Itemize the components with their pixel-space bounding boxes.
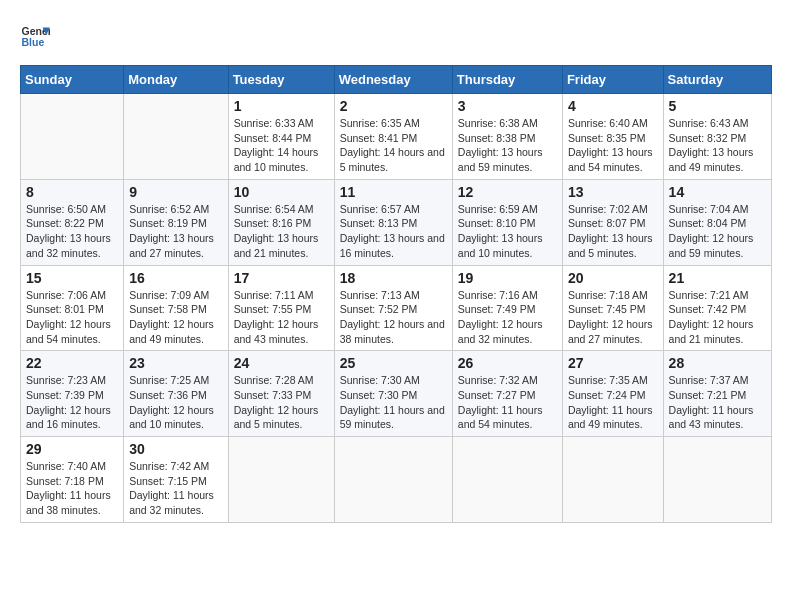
- day-detail: Sunrise: 7:30 AM Sunset: 7:30 PM Dayligh…: [340, 373, 447, 432]
- day-number: 15: [26, 270, 118, 286]
- logo: General Blue: [20, 20, 50, 50]
- calendar-day-cell: 30 Sunrise: 7:42 AM Sunset: 7:15 PM Dayl…: [124, 437, 228, 523]
- calendar-day-cell: [124, 94, 228, 180]
- weekday-header: Tuesday: [228, 66, 334, 94]
- calendar-day-cell: 19 Sunrise: 7:16 AM Sunset: 7:49 PM Dayl…: [452, 265, 562, 351]
- day-number: 23: [129, 355, 222, 371]
- weekday-header: Wednesday: [334, 66, 452, 94]
- day-number: 28: [669, 355, 766, 371]
- calendar-day-cell: 24 Sunrise: 7:28 AM Sunset: 7:33 PM Dayl…: [228, 351, 334, 437]
- day-number: 1: [234, 98, 329, 114]
- day-number: 8: [26, 184, 118, 200]
- day-number: 29: [26, 441, 118, 457]
- day-number: 27: [568, 355, 658, 371]
- day-detail: Sunrise: 6:57 AM Sunset: 8:13 PM Dayligh…: [340, 202, 447, 261]
- calendar-header-row: SundayMondayTuesdayWednesdayThursdayFrid…: [21, 66, 772, 94]
- day-number: 2: [340, 98, 447, 114]
- weekday-header: Monday: [124, 66, 228, 94]
- day-number: 11: [340, 184, 447, 200]
- weekday-header: Friday: [562, 66, 663, 94]
- day-number: 9: [129, 184, 222, 200]
- calendar-day-cell: 8 Sunrise: 6:50 AM Sunset: 8:22 PM Dayli…: [21, 179, 124, 265]
- day-detail: Sunrise: 7:09 AM Sunset: 7:58 PM Dayligh…: [129, 288, 222, 347]
- day-number: 26: [458, 355, 557, 371]
- calendar-day-cell: 20 Sunrise: 7:18 AM Sunset: 7:45 PM Dayl…: [562, 265, 663, 351]
- day-number: 20: [568, 270, 658, 286]
- calendar-week-row: 8 Sunrise: 6:50 AM Sunset: 8:22 PM Dayli…: [21, 179, 772, 265]
- day-detail: Sunrise: 6:52 AM Sunset: 8:19 PM Dayligh…: [129, 202, 222, 261]
- day-number: 30: [129, 441, 222, 457]
- day-number: 4: [568, 98, 658, 114]
- calendar-week-row: 22 Sunrise: 7:23 AM Sunset: 7:39 PM Dayl…: [21, 351, 772, 437]
- day-number: 19: [458, 270, 557, 286]
- calendar-day-cell: 18 Sunrise: 7:13 AM Sunset: 7:52 PM Dayl…: [334, 265, 452, 351]
- svg-text:Blue: Blue: [22, 36, 45, 48]
- day-number: 12: [458, 184, 557, 200]
- day-number: 5: [669, 98, 766, 114]
- calendar-day-cell: [562, 437, 663, 523]
- day-detail: Sunrise: 6:40 AM Sunset: 8:35 PM Dayligh…: [568, 116, 658, 175]
- day-detail: Sunrise: 6:59 AM Sunset: 8:10 PM Dayligh…: [458, 202, 557, 261]
- calendar-day-cell: 15 Sunrise: 7:06 AM Sunset: 8:01 PM Dayl…: [21, 265, 124, 351]
- day-detail: Sunrise: 7:18 AM Sunset: 7:45 PM Dayligh…: [568, 288, 658, 347]
- day-detail: Sunrise: 6:38 AM Sunset: 8:38 PM Dayligh…: [458, 116, 557, 175]
- calendar-day-cell: 2 Sunrise: 6:35 AM Sunset: 8:41 PM Dayli…: [334, 94, 452, 180]
- calendar-day-cell: 28 Sunrise: 7:37 AM Sunset: 7:21 PM Dayl…: [663, 351, 771, 437]
- day-number: 13: [568, 184, 658, 200]
- calendar-day-cell: [334, 437, 452, 523]
- day-detail: Sunrise: 7:02 AM Sunset: 8:07 PM Dayligh…: [568, 202, 658, 261]
- calendar-day-cell: 10 Sunrise: 6:54 AM Sunset: 8:16 PM Dayl…: [228, 179, 334, 265]
- calendar-week-row: 29 Sunrise: 7:40 AM Sunset: 7:18 PM Dayl…: [21, 437, 772, 523]
- calendar-day-cell: [452, 437, 562, 523]
- page-header: General Blue: [20, 20, 772, 50]
- day-number: 22: [26, 355, 118, 371]
- day-detail: Sunrise: 7:42 AM Sunset: 7:15 PM Dayligh…: [129, 459, 222, 518]
- calendar-day-cell: 27 Sunrise: 7:35 AM Sunset: 7:24 PM Dayl…: [562, 351, 663, 437]
- day-detail: Sunrise: 7:06 AM Sunset: 8:01 PM Dayligh…: [26, 288, 118, 347]
- calendar-day-cell: 9 Sunrise: 6:52 AM Sunset: 8:19 PM Dayli…: [124, 179, 228, 265]
- calendar-day-cell: 3 Sunrise: 6:38 AM Sunset: 8:38 PM Dayli…: [452, 94, 562, 180]
- day-number: 16: [129, 270, 222, 286]
- calendar-day-cell: 26 Sunrise: 7:32 AM Sunset: 7:27 PM Dayl…: [452, 351, 562, 437]
- day-number: 17: [234, 270, 329, 286]
- calendar-day-cell: 16 Sunrise: 7:09 AM Sunset: 7:58 PM Dayl…: [124, 265, 228, 351]
- calendar-day-cell: 5 Sunrise: 6:43 AM Sunset: 8:32 PM Dayli…: [663, 94, 771, 180]
- calendar-day-cell: 23 Sunrise: 7:25 AM Sunset: 7:36 PM Dayl…: [124, 351, 228, 437]
- calendar-day-cell: 14 Sunrise: 7:04 AM Sunset: 8:04 PM Dayl…: [663, 179, 771, 265]
- weekday-header: Saturday: [663, 66, 771, 94]
- calendar-day-cell: 22 Sunrise: 7:23 AM Sunset: 7:39 PM Dayl…: [21, 351, 124, 437]
- day-detail: Sunrise: 7:23 AM Sunset: 7:39 PM Dayligh…: [26, 373, 118, 432]
- calendar-week-row: 1 Sunrise: 6:33 AM Sunset: 8:44 PM Dayli…: [21, 94, 772, 180]
- calendar-day-cell: 29 Sunrise: 7:40 AM Sunset: 7:18 PM Dayl…: [21, 437, 124, 523]
- day-detail: Sunrise: 6:35 AM Sunset: 8:41 PM Dayligh…: [340, 116, 447, 175]
- calendar-day-cell: [228, 437, 334, 523]
- day-detail: Sunrise: 7:32 AM Sunset: 7:27 PM Dayligh…: [458, 373, 557, 432]
- calendar-day-cell: 21 Sunrise: 7:21 AM Sunset: 7:42 PM Dayl…: [663, 265, 771, 351]
- day-detail: Sunrise: 6:54 AM Sunset: 8:16 PM Dayligh…: [234, 202, 329, 261]
- day-number: 3: [458, 98, 557, 114]
- calendar-day-cell: [663, 437, 771, 523]
- weekday-header: Sunday: [21, 66, 124, 94]
- day-detail: Sunrise: 7:11 AM Sunset: 7:55 PM Dayligh…: [234, 288, 329, 347]
- calendar-body: 1 Sunrise: 6:33 AM Sunset: 8:44 PM Dayli…: [21, 94, 772, 523]
- day-detail: Sunrise: 6:43 AM Sunset: 8:32 PM Dayligh…: [669, 116, 766, 175]
- day-number: 25: [340, 355, 447, 371]
- day-detail: Sunrise: 7:25 AM Sunset: 7:36 PM Dayligh…: [129, 373, 222, 432]
- day-number: 21: [669, 270, 766, 286]
- day-detail: Sunrise: 7:40 AM Sunset: 7:18 PM Dayligh…: [26, 459, 118, 518]
- day-detail: Sunrise: 6:50 AM Sunset: 8:22 PM Dayligh…: [26, 202, 118, 261]
- calendar-week-row: 15 Sunrise: 7:06 AM Sunset: 8:01 PM Dayl…: [21, 265, 772, 351]
- day-detail: Sunrise: 7:21 AM Sunset: 7:42 PM Dayligh…: [669, 288, 766, 347]
- day-detail: Sunrise: 7:37 AM Sunset: 7:21 PM Dayligh…: [669, 373, 766, 432]
- calendar-day-cell: [21, 94, 124, 180]
- calendar-day-cell: 1 Sunrise: 6:33 AM Sunset: 8:44 PM Dayli…: [228, 94, 334, 180]
- day-detail: Sunrise: 7:13 AM Sunset: 7:52 PM Dayligh…: [340, 288, 447, 347]
- day-number: 24: [234, 355, 329, 371]
- day-number: 10: [234, 184, 329, 200]
- calendar-day-cell: 12 Sunrise: 6:59 AM Sunset: 8:10 PM Dayl…: [452, 179, 562, 265]
- weekday-header: Thursday: [452, 66, 562, 94]
- calendar-day-cell: 17 Sunrise: 7:11 AM Sunset: 7:55 PM Dayl…: [228, 265, 334, 351]
- calendar-day-cell: 11 Sunrise: 6:57 AM Sunset: 8:13 PM Dayl…: [334, 179, 452, 265]
- day-detail: Sunrise: 6:33 AM Sunset: 8:44 PM Dayligh…: [234, 116, 329, 175]
- calendar-day-cell: 13 Sunrise: 7:02 AM Sunset: 8:07 PM Dayl…: [562, 179, 663, 265]
